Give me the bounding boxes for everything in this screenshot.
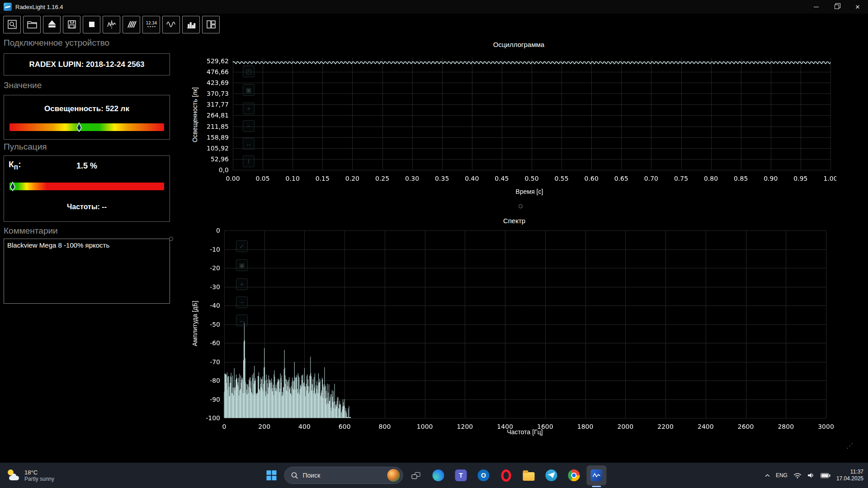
title-bar: RadexLight 1.16.4 ✕ bbox=[0, 0, 868, 14]
magnifier-icon bbox=[7, 19, 18, 30]
frequencies-value: Частоты: -- bbox=[4, 203, 170, 211]
toolbar: 12.34 bbox=[0, 14, 868, 35]
panels-icon bbox=[206, 19, 217, 30]
minimize-button[interactable] bbox=[806, 0, 826, 14]
radexlight-taskbar-button[interactable] bbox=[587, 465, 607, 485]
pulsation-section-header: Пульсация bbox=[4, 142, 47, 152]
device-section-header: Подключенное устройство bbox=[4, 38, 109, 48]
battery-icon bbox=[821, 473, 830, 478]
stop-icon bbox=[86, 19, 97, 30]
windows-logo-icon bbox=[267, 470, 277, 480]
language-indicator[interactable]: ENG bbox=[776, 472, 788, 479]
copy-icon[interactable]: ▣ bbox=[243, 84, 255, 96]
active-app-indicator bbox=[592, 486, 601, 487]
telegram-button[interactable] bbox=[542, 465, 561, 485]
teams-button[interactable]: T bbox=[451, 465, 471, 485]
folder-open-icon bbox=[27, 19, 38, 30]
outlook-button[interactable]: O bbox=[474, 465, 494, 485]
pulsation-marker-icon bbox=[10, 182, 15, 193]
comments-box[interactable]: Blackview Mega 8 -100% яркость bbox=[4, 239, 170, 304]
kp-value: 1.5 % bbox=[4, 161, 170, 171]
chrome-icon bbox=[568, 469, 580, 481]
window-controls: ✕ bbox=[806, 0, 868, 14]
fit-icon[interactable]: ↔ bbox=[243, 138, 255, 150]
wifi-button[interactable] bbox=[793, 473, 802, 479]
svg-text:12.34: 12.34 bbox=[146, 21, 156, 25]
eject-device-button[interactable] bbox=[43, 16, 61, 33]
weather-icon bbox=[7, 469, 21, 482]
preview-button[interactable] bbox=[3, 16, 21, 33]
layout-view-button[interactable] bbox=[202, 16, 220, 33]
volume-icon bbox=[807, 472, 815, 479]
numeric-view-button[interactable]: 12.34 bbox=[142, 16, 160, 33]
oscillogram-canvas[interactable] bbox=[203, 51, 836, 191]
spectrum-xlabel: Частота [Гц] bbox=[480, 428, 570, 436]
measurement-series-button[interactable] bbox=[123, 16, 140, 33]
pulsation-box: Кп: 1.5 % Частоты: -- bbox=[4, 155, 170, 222]
volume-button[interactable] bbox=[807, 472, 815, 479]
value-box: Освещенность: 522 лк bbox=[4, 95, 170, 140]
chrome-button[interactable] bbox=[564, 465, 584, 485]
clock[interactable]: 11:37 17.04.2025 bbox=[836, 469, 863, 482]
eject-icon bbox=[47, 19, 57, 30]
zoom-out-icon[interactable]: − bbox=[236, 296, 248, 308]
digits-icon: 12.34 bbox=[146, 19, 157, 30]
panel-splitter-handle[interactable] bbox=[169, 237, 173, 241]
teams-icon: T bbox=[455, 469, 467, 481]
chevron-up-icon bbox=[765, 474, 770, 477]
annotate-icon[interactable]: I bbox=[243, 155, 255, 167]
file-explorer-button[interactable] bbox=[519, 465, 539, 485]
pulsation-scale bbox=[9, 183, 164, 190]
zoom-in-icon[interactable]: + bbox=[236, 278, 248, 290]
oscillogram-title: Осциллограмма bbox=[203, 41, 834, 48]
telegram-icon bbox=[546, 469, 557, 481]
measurement-button[interactable] bbox=[103, 16, 120, 33]
copy-icon[interactable]: ▣ bbox=[236, 259, 248, 271]
close-button[interactable]: ✕ bbox=[847, 0, 868, 14]
search-icon bbox=[291, 472, 299, 479]
outlook-icon: O bbox=[478, 469, 490, 481]
select-icon[interactable]: ✓ bbox=[236, 240, 248, 252]
task-view-button[interactable] bbox=[406, 465, 426, 485]
radexlight-icon bbox=[591, 469, 603, 481]
oscillogram-view-button[interactable] bbox=[162, 16, 180, 33]
save-icon bbox=[66, 19, 77, 30]
record-stop-button[interactable] bbox=[83, 16, 100, 33]
opera-icon bbox=[501, 469, 511, 482]
comments-text[interactable]: Blackview Mega 8 -100% яркость bbox=[4, 239, 170, 303]
window-title: RadexLight 1.16.4 bbox=[15, 4, 63, 10]
open-file-button[interactable] bbox=[23, 16, 41, 33]
opera-button[interactable] bbox=[496, 465, 516, 485]
spectrum-ylabel: Амплитуда [дБ] bbox=[191, 285, 198, 362]
value-section-header: Значение bbox=[4, 80, 42, 90]
search-box[interactable]: Поиск bbox=[284, 467, 403, 484]
file-explorer-icon bbox=[523, 472, 535, 481]
restore-icon bbox=[835, 5, 839, 9]
chart-splitter-handle[interactable] bbox=[519, 204, 523, 208]
restore-button[interactable] bbox=[826, 0, 847, 14]
start-button[interactable] bbox=[262, 465, 282, 485]
search-label: Поиск bbox=[303, 472, 383, 479]
weather-condition: Partly sunny bbox=[24, 476, 54, 482]
tray-expand-button[interactable] bbox=[765, 474, 770, 477]
clock-date: 17.04.2025 bbox=[836, 475, 863, 482]
zoom-out-icon[interactable]: − bbox=[243, 120, 255, 132]
spectrum-canvas[interactable] bbox=[194, 225, 836, 444]
search-highlight-image[interactable] bbox=[387, 469, 400, 482]
spectrum-view-button[interactable] bbox=[182, 16, 200, 33]
battery-button[interactable] bbox=[821, 473, 830, 478]
zoom-in-icon[interactable]: + bbox=[243, 103, 255, 114]
oscillogram-xlabel: Время [с] bbox=[484, 188, 575, 195]
taskbar: 18°C Partly sunny Поиск T O bbox=[0, 463, 868, 488]
zoom-select-icon[interactable]: ◰ bbox=[243, 66, 255, 77]
fit-icon[interactable]: ↔ bbox=[236, 314, 248, 326]
illuminance-scale bbox=[9, 123, 164, 131]
save-button[interactable] bbox=[63, 16, 80, 33]
system-tray: ENG 11:37 17.04.2025 bbox=[765, 463, 863, 488]
resize-grip[interactable]: ⋰ bbox=[846, 442, 854, 450]
close-icon: ✕ bbox=[855, 4, 860, 10]
waveform-marker-icon bbox=[106, 19, 117, 30]
hatch-icon bbox=[126, 19, 137, 30]
weather-widget[interactable]: 18°C Partly sunny bbox=[3, 463, 59, 488]
edge-button[interactable] bbox=[429, 465, 448, 485]
